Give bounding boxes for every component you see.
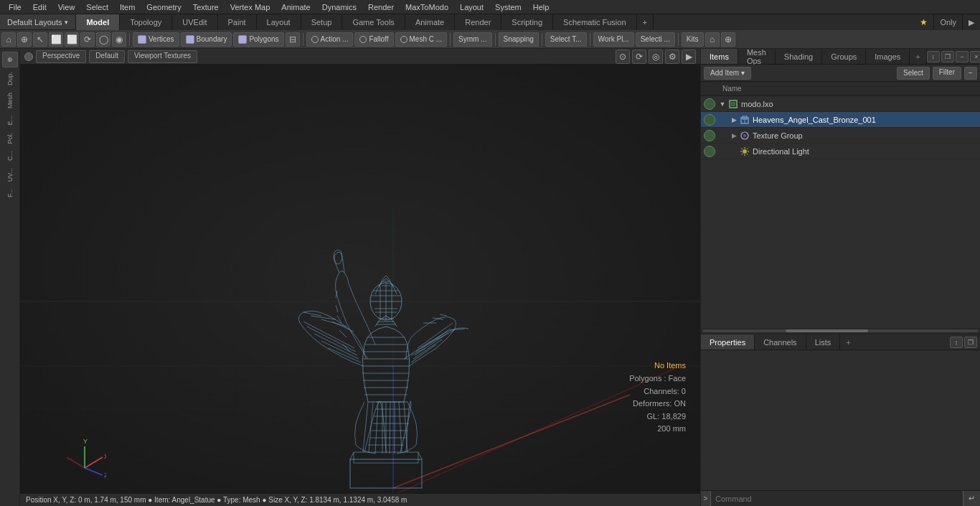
viewport-shading-btn[interactable]: Default	[89, 50, 125, 63]
toolbar-icon-scale[interactable]: ⬜	[65, 32, 79, 47]
viewport-icon-camera[interactable]: ⊙	[616, 50, 630, 64]
rpanel-tab-groups[interactable]: Groups	[822, 49, 866, 64]
tab-add-button[interactable]: +	[637, 14, 654, 30]
viewport-canvas[interactable]: No Items Polygons : Face Channels: 0 Def…	[20, 65, 700, 493]
menu-select[interactable]: Select	[80, 0, 114, 14]
tab-only[interactable]: Only	[934, 14, 963, 30]
item-expand-directional-light[interactable]	[729, 146, 739, 156]
items-more-button[interactable]: −	[964, 67, 977, 80]
toolbar-icon-home2[interactable]: ⌂	[705, 32, 720, 47]
viewport-icon-settings[interactable]: ⚙	[665, 50, 679, 64]
viewport-icon-rotate[interactable]: ⟳	[632, 50, 646, 64]
left-label-edge[interactable]: E...	[5, 113, 15, 128]
item-vis-heavens-angel[interactable]	[704, 114, 715, 126]
rpanel-tab-items[interactable]: Items	[701, 49, 738, 64]
menu-geometry[interactable]: Geometry	[141, 0, 187, 14]
item-vis-texture-group[interactable]	[704, 130, 715, 141]
tab-game-tools[interactable]: Game Tools	[342, 14, 405, 30]
menu-layout[interactable]: Layout	[454, 0, 489, 14]
toolbar-icon-square[interactable]: ⊟	[286, 32, 300, 47]
toolbar-select-btn[interactable]: Select T...	[545, 32, 587, 47]
item-row-directional-light[interactable]: Directional Light	[701, 144, 980, 159]
rpanel-tab-mesh-ops[interactable]: Mesh Ops	[738, 49, 776, 64]
command-prompt[interactable]: >	[701, 491, 711, 507]
tab-star[interactable]: ★	[914, 14, 934, 30]
menu-system[interactable]: System	[489, 0, 527, 14]
toolbar-kits-btn[interactable]: Kits	[682, 32, 704, 47]
menu-dynamics[interactable]: Dynamics	[316, 0, 362, 14]
tab-model[interactable]: Model	[76, 14, 120, 30]
left-label-dup[interactable]: Dup.	[5, 69, 15, 88]
prop-tab-properties[interactable]: Properties	[701, 334, 755, 350]
tab-paint[interactable]: Paint	[218, 14, 257, 30]
item-row-texture-group[interactable]: ▶ Texture Group	[701, 128, 980, 144]
toolbar-mesh-btn[interactable]: Mesh C ...	[395, 32, 448, 47]
command-go-button[interactable]: ↵	[963, 491, 980, 507]
toolbar-icon-circle2[interactable]: ◉	[112, 32, 126, 47]
rpanel-tab-shading[interactable]: Shading	[776, 49, 822, 64]
tab-render[interactable]: Render	[455, 14, 501, 30]
menu-item[interactable]: Item	[114, 0, 141, 14]
menu-file[interactable]: File	[3, 0, 27, 14]
viewport-icon-zoom[interactable]: ◎	[649, 50, 663, 64]
items-select-button[interactable]: Select	[897, 67, 930, 80]
item-row-modo-lxo[interactable]: ▼ modo.lxo	[701, 96, 980, 112]
prop-action-copy[interactable]: ❐	[964, 337, 977, 348]
tab-layout[interactable]: Layout	[257, 14, 301, 30]
menu-edit[interactable]: Edit	[27, 0, 52, 14]
viewport-icon-play[interactable]: ▶	[682, 50, 696, 64]
toolbar-icon-arrow[interactable]: ↖	[33, 32, 47, 47]
toolbar-icon-rotate[interactable]: ⟳	[80, 32, 95, 47]
toolbar-boundary-btn[interactable]: Boundary	[181, 32, 232, 47]
item-row-heavens-angel[interactable]: ▶ Heavens_Angel_Cast_Bronze_001	[701, 112, 980, 128]
menu-vertex-map[interactable]: Vertex Map	[225, 0, 276, 14]
toolbar-falloff-btn[interactable]: Falloff	[354, 32, 393, 47]
item-vis-modo-lxo[interactable]	[704, 98, 715, 110]
rpanel-action-copy[interactable]: ❐	[941, 51, 954, 62]
toolbar-action-btn[interactable]: Action ...	[306, 32, 354, 47]
left-label-poly[interactable]: Pol.	[5, 130, 15, 147]
items-scroll-thumb[interactable]	[786, 329, 869, 332]
prop-action-expand[interactable]: ↕	[950, 337, 963, 348]
tab-scripting[interactable]: Scripting	[501, 14, 553, 30]
toolbar-symm-btn[interactable]: Symm ...	[453, 32, 491, 47]
tab-uvedit[interactable]: UVEdit	[172, 14, 217, 30]
toolbar-workpl-btn[interactable]: Work Pl...	[593, 32, 634, 47]
rpanel-tab-images[interactable]: Images	[866, 49, 910, 64]
prop-tab-lists[interactable]: Lists	[806, 334, 841, 350]
rpanel-action-move[interactable]: ↕	[927, 51, 940, 62]
viewport-display-btn[interactable]: Viewport Textures	[128, 50, 197, 63]
toolbar-icon-move[interactable]: ⬜	[49, 32, 63, 47]
menu-help[interactable]: Help	[527, 0, 555, 14]
toolbar-icon-globe2[interactable]: ⊕	[721, 32, 735, 47]
command-input[interactable]	[711, 491, 963, 506]
rpanel-action-close[interactable]: ×	[970, 51, 980, 62]
tab-schematic-fusion[interactable]: Schematic Fusion	[553, 14, 636, 30]
prop-tab-add[interactable]: +	[840, 334, 856, 350]
items-scroll-track[interactable]	[702, 329, 979, 332]
rpanel-action-collapse[interactable]: −	[956, 51, 969, 62]
items-list[interactable]: ▼ modo.lxo ▶ Heavens_Angel_Cast_Bronze_0…	[701, 96, 980, 328]
toolbar-selecti-btn[interactable]: Selecti ...	[636, 32, 675, 47]
item-expand-modo-lxo[interactable]: ▼	[717, 99, 727, 109]
toolbar-icon-home[interactable]: ⌂	[1, 32, 16, 47]
toolbar-icon-globe[interactable]: ⊕	[17, 32, 32, 47]
tab-setup[interactable]: Setup	[301, 14, 343, 30]
layouts-dropdown[interactable]: Default Layouts ▾	[0, 14, 76, 29]
toolbar-vertices-btn[interactable]: Vertices	[133, 32, 179, 47]
add-item-button[interactable]: Add Item ▾	[704, 67, 751, 80]
tab-topology[interactable]: Topology	[120, 14, 172, 30]
toolbar-icon-circle1[interactable]: ◯	[96, 32, 110, 47]
left-label-mesh[interactable]: Mesh	[5, 90, 15, 111]
left-label-c[interactable]: C...	[5, 148, 15, 164]
item-expand-heavens-angel[interactable]: ▶	[729, 115, 739, 125]
menu-maxtomodo[interactable]: MaxToModo	[400, 0, 454, 14]
menu-texture[interactable]: Texture	[187, 0, 225, 14]
tab-animate[interactable]: Animate	[405, 14, 455, 30]
prop-tab-channels[interactable]: Channels	[755, 334, 806, 350]
items-horizontal-scroll[interactable]	[701, 328, 980, 334]
toolbar-polygons-btn[interactable]: Polygons	[233, 32, 283, 47]
items-filter-button[interactable]: Filter	[933, 67, 961, 80]
viewport-perspective-btn[interactable]: Perspective	[36, 50, 86, 63]
toolbar-snapping-btn[interactable]: Snapping	[499, 32, 539, 47]
